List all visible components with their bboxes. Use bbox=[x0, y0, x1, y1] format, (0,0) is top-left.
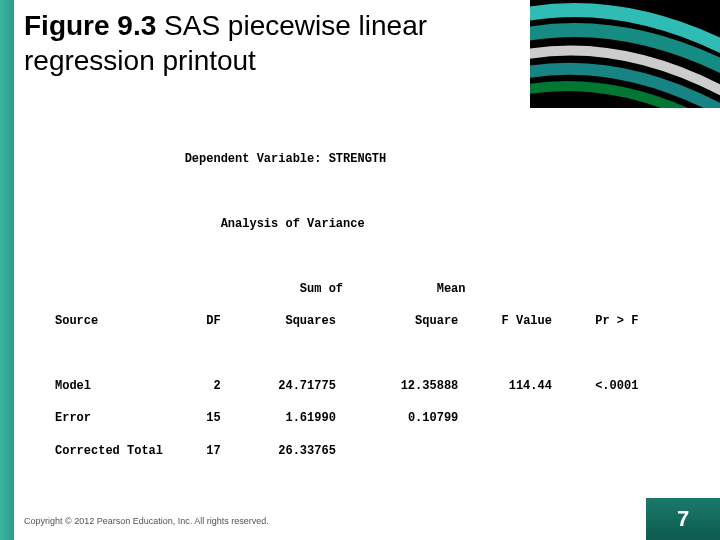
anova-row-ctotal: Corrected Total 17 26.33765 bbox=[55, 443, 665, 459]
sas-anova-heading: Analysis of Variance bbox=[55, 216, 665, 232]
anova-row-model: Model 2 24.71775 12.35888 114.44 <.0001 bbox=[55, 378, 665, 394]
sas-depvar-line: Dependent Variable: STRENGTH bbox=[55, 151, 665, 167]
blank bbox=[55, 345, 665, 361]
blank bbox=[55, 248, 665, 264]
page-number: 7 bbox=[646, 498, 720, 540]
figure-number: Figure 9.3 bbox=[24, 10, 156, 41]
figure-title: Figure 9.3 SAS piecewise linear regressi… bbox=[24, 8, 504, 78]
copyright-footer: Copyright © 2012 Pearson Education, Inc.… bbox=[24, 516, 269, 526]
blank bbox=[55, 475, 665, 491]
blank bbox=[55, 184, 665, 200]
corner-decorative-image bbox=[530, 0, 720, 108]
sas-printout: Dependent Variable: STRENGTH Analysis of… bbox=[55, 135, 665, 540]
left-accent-bar bbox=[0, 0, 14, 540]
anova-header-1: Sum of Mean bbox=[55, 281, 665, 297]
anova-header-2: Source DF Squares Square F Value Pr > F bbox=[55, 313, 665, 329]
anova-row-error: Error 15 1.61990 0.10799 bbox=[55, 410, 665, 426]
